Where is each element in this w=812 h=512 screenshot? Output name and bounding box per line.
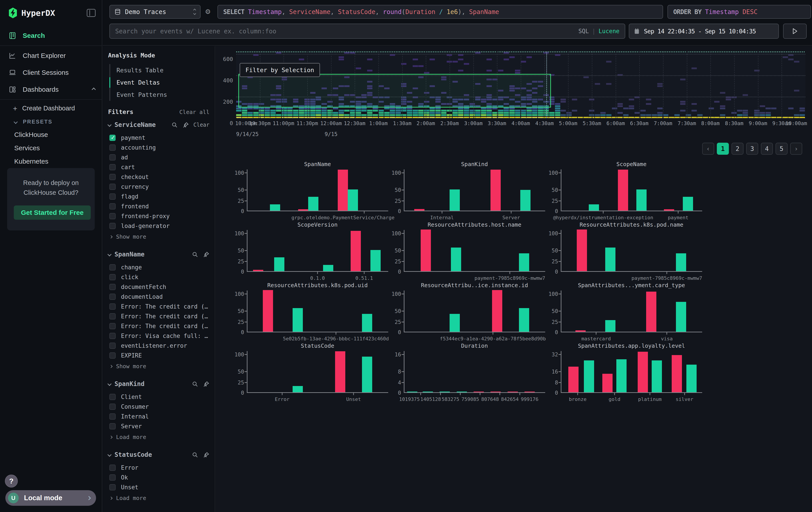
sidebar-item-kubernetes[interactable]: Kubernetes xyxy=(0,155,102,168)
filter-option-row[interactable]: change xyxy=(108,263,209,272)
presets-toggle[interactable]: PRESETS xyxy=(0,115,102,128)
checkbox-unchecked[interactable] xyxy=(109,223,116,229)
analysis-mode-option-event-patterns[interactable]: Event Patterns xyxy=(110,89,209,101)
checkbox-unchecked[interactable] xyxy=(109,184,116,190)
filter-option-row[interactable]: Internal xyxy=(108,412,209,422)
orderby-input[interactable]: ORDER BY Timestamp DESC xyxy=(667,5,811,19)
sidebar-item-services[interactable]: Services xyxy=(0,141,102,155)
help-button[interactable]: ? xyxy=(5,475,18,487)
filter-option-row[interactable]: click xyxy=(108,272,209,282)
filter-option-row[interactable]: Error: Visa cache full: … xyxy=(108,331,209,341)
gear-icon[interactable]: ⚙ xyxy=(205,7,210,16)
checkbox-unchecked[interactable] xyxy=(109,174,116,180)
local-mode-button[interactable]: U Local mode xyxy=(5,490,96,506)
load-more-button[interactable]: Load more xyxy=(108,431,209,442)
filter-option-row[interactable]: ad xyxy=(108,153,209,162)
time-range-picker[interactable]: Sep 14 22:04:35 - Sep 15 10:04:35 xyxy=(629,24,779,39)
checkbox-unchecked[interactable] xyxy=(109,404,116,410)
filter-option-row[interactable]: Error: The credit card (… xyxy=(108,312,209,321)
heatmap-plot[interactable]: Filter by Selection xyxy=(236,51,805,118)
filter-option-row[interactable]: Server xyxy=(108,422,209,431)
filter-option-row[interactable]: Ok xyxy=(108,473,209,482)
filter-option-row[interactable]: Unset xyxy=(108,482,209,492)
load-more-button[interactable]: Load more xyxy=(108,492,209,504)
filter-option-row[interactable]: frontend-proxy xyxy=(108,211,209,221)
sidebar-item-client-sessions[interactable]: Client Sessions xyxy=(0,64,102,81)
filter-option-row[interactable]: Error: The credit card (… xyxy=(108,321,209,331)
pagination-page-4[interactable]: 4 xyxy=(761,143,773,155)
pagination-page-1[interactable]: 1 xyxy=(717,143,729,155)
checkbox-unchecked[interactable] xyxy=(109,313,116,319)
pagination-page-3[interactable]: 3 xyxy=(746,143,758,155)
search-icon[interactable] xyxy=(171,122,178,128)
filter-option-row[interactable]: EXPIRE xyxy=(108,351,209,360)
checkbox-unchecked[interactable] xyxy=(109,323,116,329)
chevron-down-icon[interactable] xyxy=(107,382,111,386)
checkbox-unchecked[interactable] xyxy=(109,264,116,270)
filter-option-row[interactable]: load-generator xyxy=(108,221,209,231)
sidebar-item-search[interactable]: Search xyxy=(0,27,102,44)
filter-option-row[interactable]: Error xyxy=(108,463,209,473)
checkbox-unchecked[interactable] xyxy=(109,423,116,429)
filter-option-row[interactable]: payment xyxy=(108,133,209,143)
filter-option-row[interactable]: Error: The credit card (… xyxy=(108,302,209,312)
filter-option-row[interactable]: documentLoad xyxy=(108,292,209,302)
collapse-sidebar-icon[interactable] xyxy=(87,9,96,17)
filter-option-row[interactable]: checkout xyxy=(108,172,209,182)
chevron-down-icon[interactable] xyxy=(107,123,111,127)
filter-option-row[interactable]: cart xyxy=(108,162,209,172)
analysis-mode-option-event-deltas[interactable]: Event Deltas xyxy=(110,76,209,89)
heatmap-selection[interactable] xyxy=(238,74,551,108)
checkbox-unchecked[interactable] xyxy=(109,352,116,359)
chevron-down-icon[interactable] xyxy=(107,252,111,256)
get-started-button[interactable]: Get Started for Free xyxy=(14,206,91,220)
filter-option-row[interactable]: flagd xyxy=(108,192,209,201)
pagination-next-button[interactable]: › xyxy=(790,143,802,155)
checkbox-unchecked[interactable] xyxy=(109,164,116,170)
pagination-page-2[interactable]: 2 xyxy=(731,143,744,155)
run-query-button[interactable] xyxy=(783,24,807,39)
source-select[interactable]: Demo Traces xyxy=(109,5,201,19)
chevron-down-icon[interactable] xyxy=(107,453,111,457)
filter-by-selection-button[interactable]: Filter by Selection xyxy=(240,63,320,77)
checkbox-unchecked[interactable] xyxy=(109,294,116,300)
pagination-prev-button[interactable]: ‹ xyxy=(702,143,714,155)
checkbox-unchecked[interactable] xyxy=(109,343,116,349)
analysis-mode-option-results-table[interactable]: Results Table xyxy=(110,64,209,76)
checkbox-unchecked[interactable] xyxy=(109,213,116,219)
show-more-button[interactable]: Show more xyxy=(108,231,209,242)
search-icon[interactable] xyxy=(192,452,198,458)
show-more-button[interactable]: Show more xyxy=(108,360,209,372)
chevron-up-icon[interactable] xyxy=(92,87,96,91)
checkbox-unchecked[interactable] xyxy=(109,274,116,280)
select-query-input[interactable]: SELECT Timestamp, ServiceName, StatusCod… xyxy=(218,5,663,19)
checkbox-checked[interactable] xyxy=(109,135,116,141)
checkbox-unchecked[interactable] xyxy=(109,303,116,309)
sidebar-item-dashboards[interactable]: Dashboards xyxy=(0,81,102,98)
filter-option-row[interactable]: Client xyxy=(108,392,209,402)
pin-icon[interactable] xyxy=(203,251,209,258)
sidebar-item-clickhouse[interactable]: ClickHouse xyxy=(0,128,102,141)
sidebar-item-chart-explorer[interactable]: Chart Explorer xyxy=(0,47,102,64)
filter-option-row[interactable]: eventListener.error xyxy=(108,341,209,351)
checkbox-unchecked[interactable] xyxy=(109,475,116,481)
checkbox-unchecked[interactable] xyxy=(109,284,116,290)
filter-option-row[interactable]: frontend xyxy=(108,201,209,211)
checkbox-unchecked[interactable] xyxy=(109,333,116,339)
sql-mode-toggle[interactable]: SQL xyxy=(578,28,589,34)
checkbox-unchecked[interactable] xyxy=(109,144,116,151)
filter-option-row[interactable]: documentFetch xyxy=(108,282,209,292)
filter-option-row[interactable]: accounting xyxy=(108,143,209,153)
search-icon[interactable] xyxy=(192,381,198,387)
pin-icon[interactable] xyxy=(203,381,209,387)
clear-section-button[interactable]: Clear xyxy=(194,122,209,128)
lucene-mode-toggle[interactable]: Lucene xyxy=(599,28,619,34)
checkbox-unchecked[interactable] xyxy=(109,465,116,471)
search-icon[interactable] xyxy=(192,251,198,258)
search-input[interactable]: Search your events w/ Lucene ex. column:… xyxy=(109,24,625,39)
clear-all-button[interactable]: Clear all xyxy=(179,109,209,115)
checkbox-unchecked[interactable] xyxy=(109,394,116,400)
pagination-page-5[interactable]: 5 xyxy=(776,143,787,155)
checkbox-unchecked[interactable] xyxy=(109,413,116,420)
checkbox-unchecked[interactable] xyxy=(109,154,116,161)
